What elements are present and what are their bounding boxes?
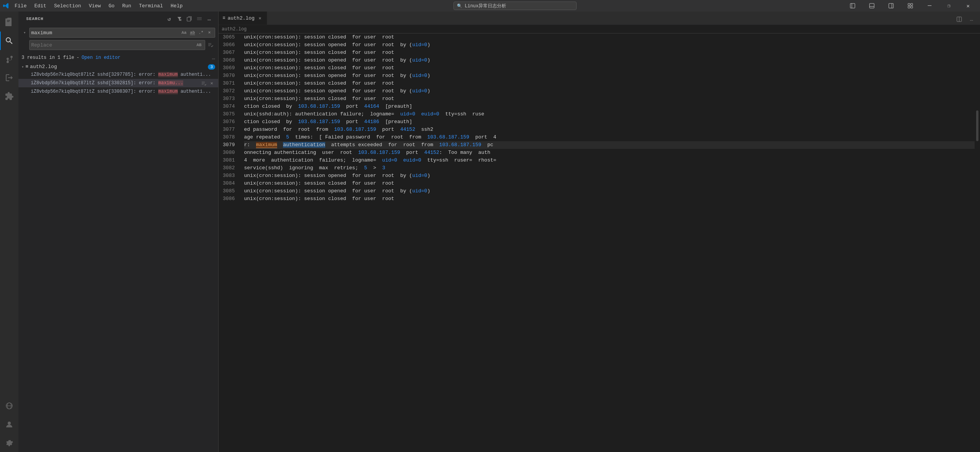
titlebar-search[interactable]: 🔍 Linux异常日志分析 — [453, 2, 577, 10]
svg-rect-9 — [911, 6, 913, 8]
replace-input[interactable] — [31, 42, 195, 48]
svg-rect-6 — [908, 3, 910, 5]
svg-rect-8 — [908, 6, 910, 8]
svg-rect-0 — [850, 3, 855, 8]
results-more-button[interactable]: … — [212, 55, 215, 61]
collapse-all-button[interactable] — [195, 15, 204, 23]
match-row[interactable]: iZ8vbdp56n7kiq0bqt87ltZ sshd[3308307]: e… — [18, 87, 218, 96]
activity-item-settings[interactable] — [0, 434, 18, 452]
code-text: age repeated 5 times: [ Failed password … — [244, 133, 496, 141]
activity-item-remote-explorer[interactable] — [0, 397, 18, 415]
minimize-button[interactable]: — — [921, 0, 938, 12]
tab-auth2log[interactable]: ≡ auth2.log ✕ — [219, 12, 267, 25]
code-line-3076: ction closed by 103.68.187.159 port 4418… — [244, 118, 975, 126]
match-row-active[interactable]: iZ8vbdp56n7kiq0bqt87ltZ sshd[3302815]: e… — [18, 79, 218, 87]
split-editor-right-button[interactable] — [954, 14, 965, 25]
titlebar-search-container: 🔍 Linux异常日志分析 — [188, 2, 842, 10]
line-num-3076: 3076 — [219, 118, 238, 126]
menu-terminal[interactable]: Terminal — [135, 2, 167, 10]
line-num-3066: 3066 — [219, 41, 238, 49]
tab-file-icon: ≡ — [222, 15, 225, 21]
code-text: unix(cron:session): session opened for u… — [244, 87, 430, 95]
code-line-3082: service(sshd) ignoring max retries; 5 > … — [244, 164, 975, 172]
menu-selection[interactable]: Selection — [50, 2, 85, 10]
file-header-auth2log[interactable]: ▾ ≡ auth2.log 3 — [18, 63, 218, 70]
clear-search-results-button[interactable] — [175, 15, 184, 23]
file-match-count-badge: 3 — [208, 64, 215, 70]
line-num-3065: 3065 — [219, 33, 238, 41]
layout-sidebar-btn[interactable] — [844, 0, 861, 12]
code-line-3071: unix(cron:session): session closed for u… — [244, 80, 975, 87]
line-num-3085: 3085 — [219, 187, 238, 195]
more-actions-button[interactable]: … — [205, 15, 214, 23]
editor-content[interactable]: 3065 3066 3067 3068 3069 3070 3071 3072 … — [219, 33, 980, 452]
match-case-button[interactable]: Aa — [180, 29, 188, 36]
activity-item-run[interactable] — [0, 68, 18, 87]
open-in-editor-button[interactable] — [185, 15, 194, 23]
activity-item-explorer[interactable] — [0, 13, 18, 32]
match-text: iZ8vbdp56n7kiq0bqt87ltZ sshd[3297785]: e… — [31, 72, 215, 77]
layout-rightbar-btn[interactable] — [882, 0, 900, 12]
titlebar: File Edit Selection View Go Run Terminal… — [0, 0, 980, 12]
replace-match-button[interactable] — [201, 80, 207, 87]
match-highlight: maximum — [158, 89, 177, 94]
code-line-3066: unix(cron:session): session opened for u… — [244, 41, 975, 49]
menu-help[interactable]: Help — [167, 2, 186, 10]
activity-item-extensions[interactable] — [0, 87, 18, 105]
search-collapse-btn[interactable]: ▾ — [22, 30, 28, 36]
use-regex-button[interactable]: .* — [197, 29, 205, 36]
match-row[interactable]: iZ8vbdp56n7kiq0bqt87ltZ sshd[3297785]: e… — [18, 70, 218, 79]
replace-all-in-files-button[interactable] — [207, 41, 215, 49]
code-text: ction closed by 103.68.187.159 port 4416… — [244, 103, 412, 110]
code-text: unix(cron:session): session opened for u… — [244, 187, 430, 195]
close-button[interactable]: ✕ — [959, 0, 977, 12]
scrollbar-thumb[interactable] — [976, 110, 978, 141]
layout-grid-btn[interactable] — [901, 0, 919, 12]
more-editor-actions-button[interactable]: … — [966, 14, 977, 25]
match-text: iZ8vbdp56n7kiq0bqt87ltZ sshd[3302815]: e… — [31, 80, 215, 86]
match-whole-word-button[interactable]: ab — [189, 29, 196, 36]
maximize-button[interactable]: ❐ — [940, 0, 958, 12]
activity-bar — [0, 12, 18, 452]
search-clear-button[interactable]: × — [206, 29, 213, 36]
line-num-3075: 3075 — [219, 110, 238, 118]
search-panel: ▾ Aa ab .* × AB — [18, 25, 218, 53]
code-line-3074: ction closed by 103.68.187.159 port 4416… — [244, 103, 975, 110]
code-text: unix(cron:session): session closed for u… — [244, 33, 394, 41]
code-line-3069: unix(cron:session): session closed for u… — [244, 64, 975, 72]
search-input[interactable] — [31, 30, 180, 36]
code-text: unix(cron:session): session opened for u… — [244, 72, 430, 80]
activity-item-source-control[interactable] — [0, 50, 18, 68]
svg-rect-15 — [187, 17, 191, 21]
replace-input-wrapper[interactable]: AB — [29, 40, 205, 50]
code-text: unix(cron:session): session opened for u… — [244, 172, 430, 180]
results-separator: - — [77, 55, 79, 60]
menu-edit[interactable]: Edit — [30, 2, 50, 10]
refresh-results-button[interactable]: ↺ — [165, 15, 174, 23]
editor-scrollbar[interactable] — [975, 33, 980, 452]
code-text: unix(cron:session): session closed for u… — [244, 180, 394, 187]
menu-go[interactable]: Go — [105, 2, 119, 10]
dismiss-match-button[interactable]: ✕ — [208, 80, 215, 87]
open-in-editor-link[interactable]: Open in editor — [82, 55, 120, 60]
tab-close-button[interactable]: ✕ — [257, 15, 263, 21]
code-line-3075: unix(sshd:auth): authentication failure;… — [244, 110, 975, 118]
search-input-wrapper[interactable]: Aa ab .* × — [29, 28, 215, 38]
code-line-3080: onnecting authenticating user root 103.6… — [244, 149, 975, 157]
preserve-case-button[interactable]: AB — [195, 41, 203, 49]
main-layout: SEARCH ↺ — [0, 12, 980, 452]
line-num-3081: 3081 — [219, 157, 238, 164]
line-num-3082: 3082 — [219, 164, 238, 172]
activity-item-search[interactable] — [0, 32, 18, 50]
menu-bar: File Edit Selection View Go Run Terminal… — [11, 2, 187, 10]
editor-area: ≡ auth2.log ✕ … auth2.log 306 — [219, 12, 980, 452]
menu-run[interactable]: Run — [118, 2, 135, 10]
line-num-3080: 3080 — [219, 149, 238, 157]
match-highlight: maximum — [158, 72, 177, 77]
activity-item-accounts[interactable] — [0, 415, 18, 434]
line-num-3074: 3074 — [219, 103, 238, 110]
menu-view[interactable]: View — [85, 2, 105, 10]
menu-file[interactable]: File — [11, 2, 30, 10]
line-num-3071: 3071 — [219, 80, 238, 87]
layout-panel-btn[interactable] — [863, 0, 881, 12]
